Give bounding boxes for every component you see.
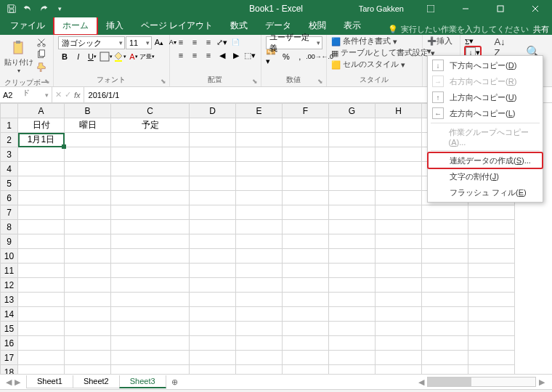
indent-increase-icon[interactable]: ▶: [230, 49, 243, 61]
cell-A9[interactable]: [18, 234, 65, 249]
row-header-15[interactable]: 15: [1, 322, 18, 336]
cell-C14[interactable]: [111, 307, 190, 322]
align-bottom-icon[interactable]: ≡: [202, 36, 215, 48]
cell-B16[interactable]: [65, 336, 111, 351]
fill-menu-item-3[interactable]: ←左方向へコピー(L): [428, 105, 543, 121]
cell-B7[interactable]: [65, 205, 111, 220]
row-header-11[interactable]: 11: [1, 264, 18, 278]
font-launcher-icon[interactable]: ⬊: [161, 78, 168, 85]
col-header-E[interactable]: E: [236, 104, 283, 118]
cell-H9[interactable]: [376, 234, 422, 249]
row-header-18[interactable]: 18: [1, 365, 18, 375]
cancel-formula-icon[interactable]: ✕: [55, 90, 62, 99]
cell-D8[interactable]: [190, 220, 236, 234]
cell-A10[interactable]: [18, 249, 65, 264]
cell-D1[interactable]: [190, 118, 236, 133]
cell-C7[interactable]: [111, 205, 190, 220]
wrap-text-icon[interactable]: 📄: [230, 36, 243, 48]
cell-G4[interactable]: [329, 162, 376, 176]
cell-F1[interactable]: [283, 118, 329, 133]
cell-J7[interactable]: [468, 205, 515, 220]
cell-A1[interactable]: 日付: [18, 118, 65, 133]
cell-E12[interactable]: [236, 278, 283, 293]
sheet-tab-sheet1[interactable]: Sheet1: [26, 375, 73, 388]
cell-I8[interactable]: [422, 220, 468, 234]
cell-I10[interactable]: [422, 249, 468, 264]
cell-C4[interactable]: [111, 162, 190, 176]
cell-H18[interactable]: [376, 365, 422, 375]
save-icon[interactable]: [4, 1, 19, 16]
cell-H4[interactable]: [376, 162, 422, 176]
cell-G15[interactable]: [329, 322, 376, 336]
enter-formula-icon[interactable]: ✓: [65, 90, 71, 99]
cell-A3[interactable]: [18, 147, 65, 162]
cell-H14[interactable]: [376, 307, 422, 322]
undo-icon[interactable]: [20, 1, 35, 16]
fill-color-icon[interactable]: ▾: [113, 51, 126, 62]
maximize-button[interactable]: [487, 0, 514, 17]
cell-F12[interactable]: [283, 278, 329, 293]
cell-E11[interactable]: [236, 264, 283, 278]
row-header-1[interactable]: 1: [1, 118, 18, 133]
row-header-17[interactable]: 17: [1, 351, 18, 365]
cell-H12[interactable]: [376, 278, 422, 293]
align-center-icon[interactable]: ≡: [188, 49, 201, 61]
cell-E3[interactable]: [236, 147, 283, 162]
cell-I7[interactable]: [422, 205, 468, 220]
paste-button[interactable]: 貼り付け ▾: [4, 36, 33, 77]
cell-A7[interactable]: [18, 205, 65, 220]
cell-G9[interactable]: [329, 234, 376, 249]
cell-I13[interactable]: [422, 293, 468, 307]
horizontal-scrollbar[interactable]: ◀ ▶: [184, 377, 552, 387]
cell-A5[interactable]: [18, 176, 65, 191]
redo-icon[interactable]: [36, 1, 51, 16]
cell-H3[interactable]: [376, 147, 422, 162]
row-header-5[interactable]: 5: [1, 176, 18, 191]
align-right-icon[interactable]: ≡: [202, 49, 215, 61]
cell-G12[interactable]: [329, 278, 376, 293]
cell-G18[interactable]: [329, 365, 376, 375]
cell-B10[interactable]: [65, 249, 111, 264]
tell-me-box[interactable]: 💡 実行したい作業を入力してください: [388, 24, 529, 35]
cell-A11[interactable]: [18, 264, 65, 278]
cell-D14[interactable]: [190, 307, 236, 322]
cell-C3[interactable]: [111, 147, 190, 162]
cell-G7[interactable]: [329, 205, 376, 220]
align-left-icon[interactable]: ≡: [174, 49, 187, 61]
cell-B4[interactable]: [65, 162, 111, 176]
row-header-12[interactable]: 12: [1, 278, 18, 293]
cell-H7[interactable]: [376, 205, 422, 220]
orientation-icon[interactable]: ⤢▾: [216, 36, 229, 48]
cell-E9[interactable]: [236, 234, 283, 249]
cell-A14[interactable]: [18, 307, 65, 322]
col-header-B[interactable]: B: [65, 104, 111, 118]
cell-I11[interactable]: [422, 264, 468, 278]
tab-file[interactable]: ファイル: [1, 17, 54, 35]
cell-D10[interactable]: [190, 249, 236, 264]
cell-D15[interactable]: [190, 322, 236, 336]
cell-E1[interactable]: [236, 118, 283, 133]
cell-B11[interactable]: [65, 264, 111, 278]
cell-J10[interactable]: [468, 249, 515, 264]
cell-A15[interactable]: [18, 322, 65, 336]
cell-H16[interactable]: [376, 336, 422, 351]
cell-H5[interactable]: [376, 176, 422, 191]
cell-C8[interactable]: [111, 220, 190, 234]
cell-E6[interactable]: [236, 191, 283, 205]
cell-A6[interactable]: [18, 191, 65, 205]
cell-D16[interactable]: [190, 336, 236, 351]
align-middle-icon[interactable]: ≡: [188, 36, 201, 48]
cell-E4[interactable]: [236, 162, 283, 176]
cell-J12[interactable]: [468, 278, 515, 293]
cell-J14[interactable]: [468, 307, 515, 322]
tab-view[interactable]: 表示: [335, 17, 370, 35]
cell-E17[interactable]: [236, 351, 283, 365]
fill-menu-item-2[interactable]: ↑上方向へコピー(U): [428, 89, 543, 105]
cell-A16[interactable]: [18, 336, 65, 351]
cell-F17[interactable]: [283, 351, 329, 365]
cell-E10[interactable]: [236, 249, 283, 264]
cell-D4[interactable]: [190, 162, 236, 176]
sheet-tab-sheet2[interactable]: Sheet2: [73, 375, 120, 388]
row-header-4[interactable]: 4: [1, 162, 18, 176]
user-name[interactable]: Taro Gakken: [359, 4, 404, 13]
